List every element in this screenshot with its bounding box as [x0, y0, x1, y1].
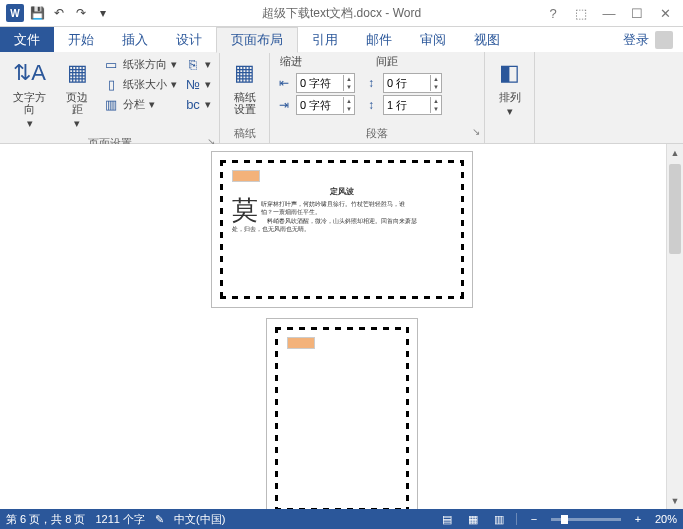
undo-icon: ↶	[54, 6, 64, 20]
redo-icon: ↷	[76, 6, 86, 20]
zoom-handle[interactable]	[561, 515, 568, 524]
spin-up-icon[interactable]: ▲	[431, 97, 441, 105]
app-icon[interactable]: W	[4, 2, 26, 24]
indent-right-input[interactable]	[297, 99, 343, 111]
help-icon: ?	[549, 6, 556, 21]
scroll-down-button[interactable]: ▼	[667, 492, 683, 509]
document-canvas[interactable]: 定风波 莫 听穿林打叶声，何妨吟啸且徐行。竹杖芒鞋轻胜马，谁 怕？一蓑烟雨任平生…	[0, 144, 683, 509]
ribbon-options-icon: ⬚	[575, 6, 587, 21]
group-paragraph: 缩进 间距 ⇤ ▲▼ ⇥ ▲▼ ↕ ▲▼	[270, 52, 485, 143]
close-button[interactable]: ✕	[651, 2, 679, 24]
group-label-arrange	[485, 139, 534, 143]
ribbon-tabs: 文件 开始 插入 设计 页面布局 引用 邮件 审阅 视图 登录	[0, 27, 683, 52]
language-status[interactable]: 中文(中国)	[174, 512, 225, 527]
breaks-icon: ⎘	[185, 56, 201, 72]
spacing-before-input[interactable]	[384, 77, 430, 89]
tab-references[interactable]: 引用	[298, 27, 352, 52]
page-6[interactable]: 定风波 莫 听穿林打叶声，何妨吟啸且徐行。竹杖芒鞋轻胜马，谁 怕？一蓑烟雨任平生…	[212, 152, 472, 307]
indent-right-spinner[interactable]: ▲▼	[296, 95, 355, 115]
page-7[interactable]	[267, 319, 417, 509]
tab-page-layout[interactable]: 页面布局	[216, 27, 298, 53]
scroll-thumb[interactable]	[669, 164, 681, 254]
tab-insert[interactable]: 插入	[108, 27, 162, 52]
tab-mailings[interactable]: 邮件	[352, 27, 406, 52]
breaks-button[interactable]: ⎘▾	[183, 55, 213, 73]
paragraph-dialog-launcher[interactable]: ↘	[472, 126, 480, 137]
spin-down-icon[interactable]: ▼	[344, 83, 354, 91]
tab-file[interactable]: 文件	[0, 27, 54, 52]
word-count[interactable]: 1211 个字	[95, 512, 145, 527]
indent-left-icon: ⇤	[276, 75, 292, 91]
document-body: 莫 听穿林打叶声，何妨吟啸且徐行。竹杖芒鞋轻胜马，谁 怕？一蓑烟雨任平生。 料峭…	[232, 200, 452, 234]
line-numbers-icon: №	[185, 76, 201, 92]
close-icon: ✕	[660, 6, 671, 21]
ribbon: ⇅A 文字方向 ▾ ▦ 页边距 ▾ ▭纸张方向 ▾ ▯纸张大小 ▾ ▥分栏 ▾ …	[0, 52, 683, 144]
zoom-out-button[interactable]: −	[525, 512, 543, 526]
save-button[interactable]: 💾	[26, 2, 48, 24]
chevron-down-icon: ▾	[100, 6, 106, 20]
avatar-icon[interactable]	[655, 31, 673, 49]
columns-button[interactable]: ▥分栏 ▾	[101, 95, 179, 113]
spacing-after-icon: ↕	[363, 97, 379, 113]
page-info[interactable]: 第 6 页，共 8 页	[6, 512, 85, 527]
margins-icon: ▦	[61, 57, 93, 89]
group-manuscript: ▦ 稿纸 设置 稿纸	[220, 52, 270, 143]
proofing-icon[interactable]: ✎	[155, 513, 164, 526]
help-button[interactable]: ?	[539, 2, 567, 24]
spin-down-icon[interactable]: ▼	[431, 105, 441, 113]
line-numbers-button[interactable]: №▾	[183, 75, 213, 93]
document-area: 定风波 莫 听穿林打叶声，何妨吟啸且徐行。竹杖芒鞋轻胜马，谁 怕？一蓑烟雨任平生…	[0, 144, 683, 509]
arrange-icon: ◧	[494, 57, 526, 89]
undo-button[interactable]: ↶	[48, 2, 70, 24]
group-arrange: ◧ 排列 ▾	[485, 52, 535, 143]
title-bar: W 💾 ↶ ↷ ▾ 超级下载text文档.docx - Word ? ⬚ — ☐…	[0, 0, 683, 27]
spacing-after-input[interactable]	[384, 99, 430, 111]
minimize-button[interactable]: —	[595, 2, 623, 24]
zoom-slider[interactable]	[551, 518, 621, 521]
arrange-button[interactable]: ◧ 排列 ▾	[490, 55, 530, 119]
hyphenation-button[interactable]: bc▾	[183, 95, 213, 113]
redo-button[interactable]: ↷	[70, 2, 92, 24]
text-direction-icon: ⇅A	[14, 57, 46, 89]
spin-up-icon[interactable]: ▲	[431, 75, 441, 83]
size-button[interactable]: ▯纸张大小 ▾	[101, 75, 179, 93]
text-direction-button[interactable]: ⇅A 文字方向 ▾	[6, 55, 53, 131]
login-link[interactable]: 登录	[623, 31, 649, 49]
manuscript-settings-button[interactable]: ▦ 稿纸 设置	[225, 55, 265, 117]
ribbon-display-button[interactable]: ⬚	[567, 2, 595, 24]
web-layout-button[interactable]: ▥	[490, 512, 508, 526]
spin-up-icon[interactable]: ▲	[344, 75, 354, 83]
print-layout-button[interactable]: ▦	[464, 512, 482, 526]
group-label-paragraph: 段落↘	[270, 124, 484, 143]
margins-button[interactable]: ▦ 页边距 ▾	[57, 55, 97, 131]
orientation-button[interactable]: ▭纸张方向 ▾	[101, 55, 179, 73]
spacing-title: 间距	[376, 54, 398, 71]
maximize-icon: ☐	[631, 6, 643, 21]
spacing-before-icon: ↕	[363, 75, 379, 91]
minimize-icon: —	[603, 6, 616, 21]
tab-design[interactable]: 设计	[162, 27, 216, 52]
spin-down-icon[interactable]: ▼	[431, 83, 441, 91]
vertical-scrollbar[interactable]: ▲ ▼	[666, 144, 683, 509]
hyphenation-icon: bc	[185, 96, 201, 112]
columns-icon: ▥	[103, 96, 119, 112]
spin-down-icon[interactable]: ▼	[344, 105, 354, 113]
scroll-up-button[interactable]: ▲	[667, 144, 683, 161]
spacing-before-spinner[interactable]: ▲▼	[383, 73, 442, 93]
spin-up-icon[interactable]: ▲	[344, 97, 354, 105]
tab-view[interactable]: 视图	[460, 27, 514, 52]
zoom-level[interactable]: 20%	[655, 513, 677, 525]
tab-home[interactable]: 开始	[54, 27, 108, 52]
maximize-button[interactable]: ☐	[623, 2, 651, 24]
qat-customize-button[interactable]: ▾	[92, 2, 114, 24]
read-mode-button[interactable]: ▤	[438, 512, 456, 526]
indent-left-input[interactable]	[297, 77, 343, 89]
manuscript-icon: ▦	[229, 57, 261, 89]
indent-left-spinner[interactable]: ▲▼	[296, 73, 355, 93]
spacing-after-spinner[interactable]: ▲▼	[383, 95, 442, 115]
zoom-in-button[interactable]: +	[629, 512, 647, 526]
save-icon: 💾	[30, 6, 45, 20]
group-label-manuscript: 稿纸	[220, 124, 269, 143]
tab-review[interactable]: 审阅	[406, 27, 460, 52]
indent-title: 缩进	[280, 54, 302, 71]
